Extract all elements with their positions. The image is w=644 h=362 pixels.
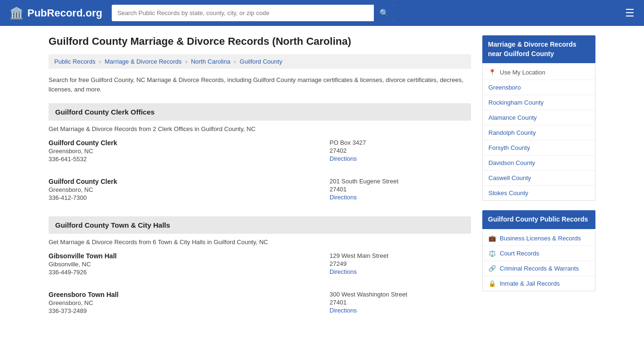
sidebar-item-randolph-county[interactable]: Randolph County bbox=[483, 125, 595, 140]
sidebar-public-records-list: 💼 Business Licenses & Records ⚖️ Court R… bbox=[482, 231, 595, 291]
entry-address2: 27249 bbox=[330, 260, 471, 267]
entry-address2: 27401 bbox=[330, 186, 471, 193]
sidebar-nearby-section: Marriage & Divorce Records near Guilford… bbox=[482, 35, 595, 201]
entry-city: Gibsonville, NC bbox=[49, 261, 311, 268]
logo-text: PubRecord.org bbox=[27, 7, 102, 19]
sidebar-item-caswell-county[interactable]: Caswell County bbox=[483, 171, 595, 186]
sidebar-item-inmate-jail[interactable]: 🔒 Inmate & Jail Records bbox=[483, 276, 595, 291]
record-entry: Guilford County Clerk Greensboro, NC 336… bbox=[49, 139, 471, 168]
content-area: Guilford County Marriage & Divorce Recor… bbox=[49, 35, 471, 329]
sidebar-public-records-title: Guilford County Public Records bbox=[482, 210, 595, 229]
sidebar-item-alamance-county[interactable]: Alamance County bbox=[483, 110, 595, 125]
sidebar-item-rockingham-county[interactable]: Rockingham County bbox=[483, 95, 595, 110]
clerk-offices-header: Guilford County Clerk Offices bbox=[49, 103, 471, 121]
entry-phone: 336-412-7300 bbox=[49, 194, 311, 201]
menu-button[interactable]: ☰ bbox=[625, 7, 635, 19]
search-icon: 🔍 bbox=[380, 9, 389, 17]
entry-name: Greensboro Town Hall bbox=[49, 291, 311, 298]
entry-address2: 27402 bbox=[330, 147, 471, 154]
sidebar-item-criminal-records[interactable]: 🔗 Criminal Records & Warrants bbox=[483, 261, 595, 276]
breadcrumb-north-carolina[interactable]: North Carolina bbox=[191, 58, 231, 65]
search-input[interactable] bbox=[112, 6, 374, 20]
search-button[interactable]: 🔍 bbox=[374, 5, 395, 21]
directions-link[interactable]: Directions bbox=[330, 194, 357, 201]
location-pin-icon: 📍 bbox=[488, 69, 496, 76]
sidebar-nearby-list: 📍 Use My Location Greensboro Rockingham … bbox=[482, 65, 595, 201]
briefcase-icon: 💼 bbox=[488, 235, 496, 242]
site-logo[interactable]: 🏛️ PubRecord.org bbox=[9, 7, 102, 20]
link-icon: 🔗 bbox=[488, 265, 496, 272]
sidebar-item-forsyth-county[interactable]: Forsyth County bbox=[483, 140, 595, 156]
town-city-halls-desc: Get Marriage & Divorce Records from 6 To… bbox=[49, 239, 471, 246]
entry-city: Greensboro, NC bbox=[49, 148, 311, 155]
entry-address1: 129 West Main Street bbox=[330, 252, 471, 259]
directions-link[interactable]: Directions bbox=[330, 307, 357, 314]
record-entry: Guilford County Clerk Greensboro, NC 336… bbox=[49, 178, 471, 207]
page-title: Guilford County Marriage & Divorce Recor… bbox=[49, 35, 471, 48]
breadcrumb-guilford-county[interactable]: Guilford County bbox=[239, 58, 282, 65]
lock-icon: 🔒 bbox=[488, 280, 496, 287]
entry-city: Greensboro, NC bbox=[49, 186, 311, 193]
sidebar-nearby-title: Marriage & Divorce Records near Guilford… bbox=[482, 35, 595, 63]
entry-city: Greensboro, NC bbox=[49, 299, 311, 306]
sidebar-item-use-my-location[interactable]: 📍 Use My Location bbox=[483, 65, 595, 80]
main-container: Guilford County Marriage & Divorce Recor… bbox=[39, 26, 605, 339]
entry-address2: 27401 bbox=[330, 299, 471, 306]
breadcrumb: Public Records › Marriage & Divorce Reco… bbox=[49, 54, 471, 69]
town-city-halls-header: Guilford County Town & City Halls bbox=[49, 216, 471, 234]
entry-name: Guilford County Clerk bbox=[49, 178, 311, 185]
search-bar: 🔍 bbox=[112, 5, 395, 21]
entry-address1: 300 West Washington Street bbox=[330, 291, 471, 298]
clerk-offices-desc: Get Marriage & Divorce Records from 2 Cl… bbox=[49, 125, 471, 132]
sidebar-item-greensboro[interactable]: Greensboro bbox=[483, 80, 595, 95]
entry-phone: 336-373-2489 bbox=[49, 307, 311, 314]
entry-address1: 201 South Eugene Street bbox=[330, 178, 471, 185]
entry-phone: 336-449-7926 bbox=[49, 269, 311, 276]
entry-name: Guilford County Clerk bbox=[49, 139, 311, 147]
sidebar-item-court-records[interactable]: ⚖️ Court Records bbox=[483, 246, 595, 261]
breadcrumb-public-records[interactable]: Public Records bbox=[54, 58, 95, 65]
directions-link[interactable]: Directions bbox=[330, 155, 357, 162]
sidebar: Marriage & Divorce Records near Guilford… bbox=[482, 35, 595, 329]
directions-link[interactable]: Directions bbox=[330, 268, 357, 275]
sidebar-item-davidson-county[interactable]: Davidson County bbox=[483, 156, 595, 171]
logo-icon: 🏛️ bbox=[9, 7, 24, 20]
entry-name: Gibsonville Town Hall bbox=[49, 252, 311, 260]
breadcrumb-marriage-divorce[interactable]: Marriage & Divorce Records bbox=[105, 58, 182, 65]
sidebar-item-business-licenses[interactable]: 💼 Business Licenses & Records bbox=[483, 231, 595, 246]
sidebar-item-stokes-county[interactable]: Stokes County bbox=[483, 186, 595, 200]
record-entry: Greensboro Town Hall Greensboro, NC 336-… bbox=[49, 291, 471, 320]
sidebar-public-records-section: Guilford County Public Records 💼 Busines… bbox=[482, 210, 595, 291]
record-entry: Gibsonville Town Hall Gibsonville, NC 33… bbox=[49, 252, 471, 281]
entry-phone: 336-641-5532 bbox=[49, 156, 311, 163]
entry-address1: PO Box 3427 bbox=[330, 139, 471, 146]
page-description: Search for free Guilford County, NC Marr… bbox=[49, 75, 471, 94]
scales-icon: ⚖️ bbox=[488, 250, 496, 257]
site-header: 🏛️ PubRecord.org 🔍 ☰ bbox=[0, 0, 644, 26]
menu-icon: ☰ bbox=[625, 7, 635, 19]
